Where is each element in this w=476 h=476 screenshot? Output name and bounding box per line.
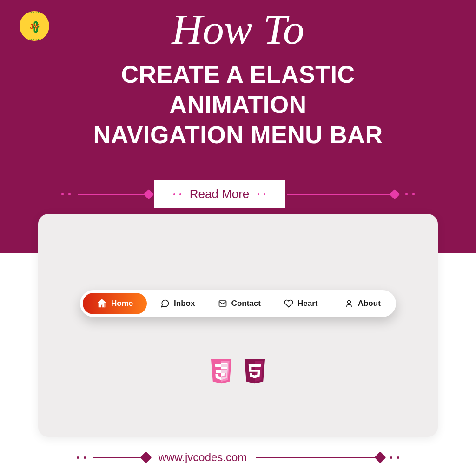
footer-dots-right-icon [390, 456, 399, 459]
diamond-left-icon [143, 189, 154, 199]
footer-diamond-left-icon [140, 451, 152, 463]
nav-item-about[interactable]: About [332, 293, 394, 314]
chat-icon [160, 299, 170, 308]
mail-icon [218, 299, 227, 308]
read-more-button[interactable]: Read More [154, 180, 285, 208]
footer-line-left [93, 457, 143, 458]
nav-bar: Home Inbox Contact Heart About [80, 290, 396, 317]
nav-label: Inbox [174, 299, 195, 308]
user-icon [344, 299, 354, 308]
heading-line-1: CREATE A ELASTIC [0, 60, 476, 90]
footer-line-right [256, 457, 377, 458]
dots-left-icon [61, 193, 71, 195]
read-more-label: Read More [190, 187, 250, 201]
dots-right-icon [405, 193, 415, 195]
btn-dots-left-icon [173, 193, 181, 195]
nav-label: Home [111, 299, 133, 308]
nav-item-heart[interactable]: Heart [270, 293, 332, 314]
nav-label: About [358, 299, 381, 308]
diamond-right-icon [390, 189, 400, 199]
svg-point-1 [347, 300, 350, 304]
brand-logo: CODES { } JV CODES [20, 11, 49, 41]
script-title: How To [172, 5, 304, 54]
cta-divider: Read More [0, 180, 476, 208]
heading-line-3: NAVIGATION MENU BAR [0, 120, 476, 150]
divider-line-right [287, 194, 391, 195]
html5-icon [209, 359, 234, 388]
css3-icon [242, 359, 267, 388]
home-icon [97, 298, 107, 309]
divider-line-left [78, 194, 145, 195]
logo-initials: JV [30, 22, 39, 30]
nav-item-home[interactable]: Home [83, 293, 147, 314]
footer-dots-left-icon [77, 456, 86, 459]
preview-card: Home Inbox Contact Heart About [38, 214, 438, 437]
tech-icons [209, 359, 267, 388]
heart-icon [284, 299, 293, 308]
btn-dots-right-icon [258, 193, 265, 195]
nav-label: Heart [298, 299, 317, 308]
heading-line-2: ANIMATION [0, 90, 476, 120]
page-title: CREATE A ELASTIC ANIMATION NAVIGATION ME… [0, 60, 476, 150]
nav-item-contact[interactable]: Contact [209, 293, 271, 314]
footer-url[interactable]: www.jvcodes.com [159, 451, 247, 464]
nav-item-inbox[interactable]: Inbox [147, 293, 209, 314]
logo-caption-bottom: CODES [29, 38, 40, 41]
footer: www.jvcodes.com [0, 451, 476, 464]
logo-caption-top: CODES [29, 11, 40, 14]
footer-diamond-right-icon [375, 451, 386, 463]
nav-label: Contact [231, 299, 261, 308]
